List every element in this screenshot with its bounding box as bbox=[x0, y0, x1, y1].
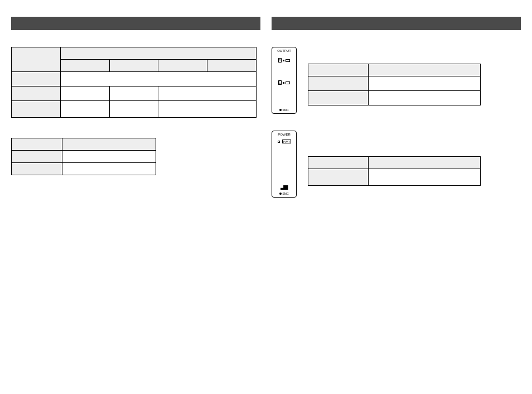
device-power-title: POWER bbox=[278, 133, 291, 136]
t3-r1c2 bbox=[369, 64, 481, 76]
t4-r2c2 bbox=[369, 169, 481, 186]
left-column bbox=[11, 17, 260, 198]
table-4 bbox=[308, 156, 481, 186]
t1-r3c2 bbox=[60, 72, 256, 87]
led1-box-icon bbox=[286, 81, 290, 84]
t1-r4c2 bbox=[60, 87, 109, 101]
t1-r5c3 bbox=[109, 101, 158, 118]
t4-r2c1 bbox=[308, 169, 369, 186]
t1-r2c5 bbox=[207, 60, 257, 72]
t1-r2c2 bbox=[60, 60, 109, 72]
led0-num: 0 bbox=[278, 58, 282, 63]
t1-r5c4 bbox=[158, 101, 257, 118]
t3-r2c2 bbox=[369, 76, 481, 91]
t2-r1c2 bbox=[62, 138, 156, 151]
pwr-led-icon bbox=[278, 141, 280, 143]
left-header-bar bbox=[11, 17, 260, 30]
device-power: POWER PWR SMC bbox=[272, 131, 297, 198]
led1-num: 1 bbox=[278, 80, 282, 85]
table-2 bbox=[11, 138, 156, 175]
brand-text: SMC bbox=[282, 108, 288, 112]
brand-bullet-icon-2 bbox=[279, 193, 282, 195]
device-power-brand: SMC bbox=[279, 192, 288, 195]
device-output: OUTPUT 0 1 SMC bbox=[272, 47, 297, 114]
t2-r2c2 bbox=[62, 151, 156, 163]
t3-r2c1 bbox=[308, 76, 369, 91]
table-3 bbox=[308, 64, 481, 105]
t1-r1c2 bbox=[60, 47, 256, 60]
t4-r1c1 bbox=[308, 157, 369, 169]
t1-r3c1 bbox=[12, 72, 61, 87]
t3-r3c2 bbox=[369, 91, 481, 105]
t1-r2c3 bbox=[109, 60, 158, 72]
page: OUTPUT 0 1 SMC bbox=[0, 0, 532, 214]
switch-icon bbox=[280, 185, 288, 190]
right-header-bar bbox=[272, 17, 521, 30]
led0-box-icon bbox=[286, 59, 290, 62]
device-output-brand: SMC bbox=[279, 108, 288, 112]
right-column: OUTPUT 0 1 SMC bbox=[272, 17, 521, 198]
t1-r4c3 bbox=[109, 87, 158, 101]
table-1 bbox=[11, 47, 257, 118]
t1-r4c4 bbox=[158, 87, 257, 101]
t2-r3c2 bbox=[62, 163, 156, 175]
pwr-label: PWR bbox=[282, 140, 291, 143]
t1-r1c1 bbox=[12, 47, 61, 72]
output-section: OUTPUT 0 1 SMC bbox=[272, 47, 521, 114]
t2-r1c1 bbox=[12, 138, 62, 151]
t1-r2c4 bbox=[158, 60, 207, 72]
device-output-title: OUTPUT bbox=[277, 49, 291, 52]
t2-r2c1 bbox=[12, 151, 62, 163]
power-section: POWER PWR SMC bbox=[272, 131, 521, 198]
t4-r1c2 bbox=[369, 157, 481, 169]
brand-text-2: SMC bbox=[282, 192, 288, 195]
t2-r3c1 bbox=[12, 163, 62, 175]
t1-r5c1 bbox=[12, 101, 61, 118]
t3-r1c1 bbox=[308, 64, 369, 76]
brand-bullet-icon bbox=[279, 109, 282, 111]
t1-r5c2 bbox=[60, 101, 109, 118]
t1-r4c1 bbox=[12, 87, 61, 101]
led0-icon bbox=[283, 60, 284, 61]
led-row-1: 1 bbox=[278, 80, 291, 85]
t3-r3c1 bbox=[308, 91, 369, 105]
led-row-0: 0 bbox=[278, 58, 291, 63]
led1-icon bbox=[283, 82, 284, 84]
